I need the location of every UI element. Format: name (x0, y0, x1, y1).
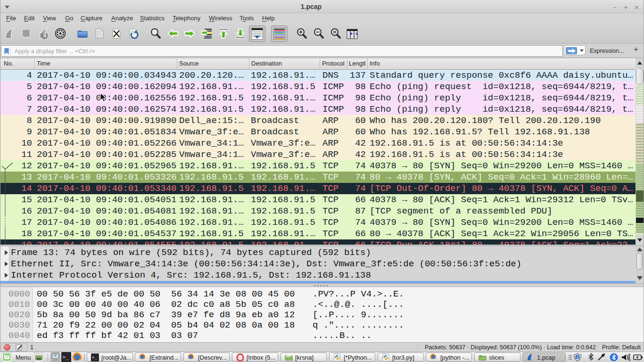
svg-text:>_: >_ (92, 355, 97, 360)
svg-text:>_: >_ (63, 354, 69, 360)
svg-text:0111: 0111 (97, 35, 102, 38)
